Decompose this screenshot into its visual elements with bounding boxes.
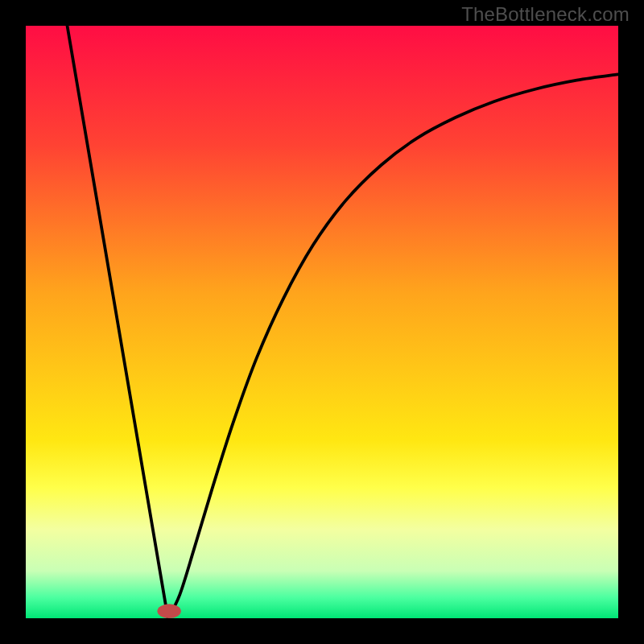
watermark-text: TheBottleneck.com <box>461 3 630 26</box>
optimum-marker <box>157 604 180 618</box>
plot-background <box>26 26 618 618</box>
chart-frame: { "watermark": "TheBottleneck.com", "cha… <box>0 0 644 644</box>
bottleneck-chart <box>0 0 644 644</box>
